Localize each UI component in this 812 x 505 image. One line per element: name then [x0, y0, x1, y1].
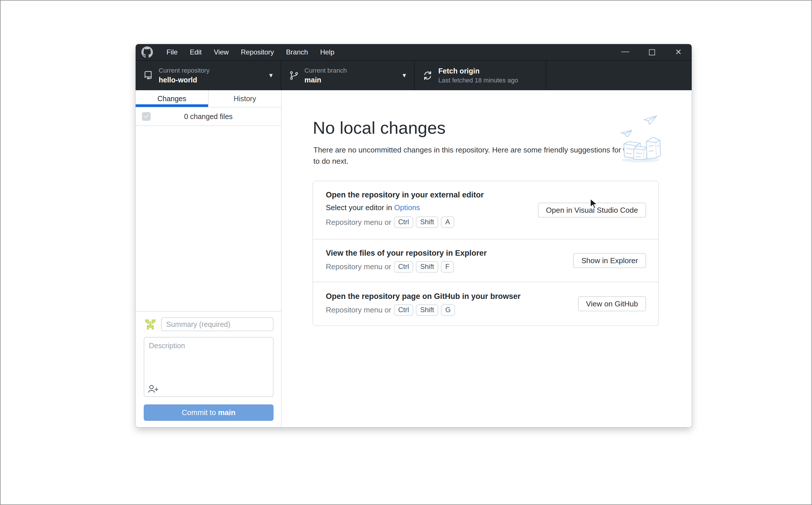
- maximize-button[interactable]: [639, 44, 665, 60]
- page-subtitle: There are no uncommitted changes in this…: [313, 144, 645, 167]
- menu-branch[interactable]: Branch: [280, 44, 314, 60]
- description-textarea[interactable]: [144, 337, 273, 397]
- repository-text: Current repository hello-world: [159, 67, 210, 84]
- main-content: No local changes There are no uncommitte…: [281, 90, 692, 427]
- shortcut-hint: Repository menu or Ctrl Shift A: [326, 216, 658, 228]
- branch-name: main: [305, 76, 347, 84]
- open-in-editor-button[interactable]: Open in Visual Studio Code: [538, 203, 646, 218]
- commit-button-prefix: Commit to: [182, 408, 218, 417]
- git-branch-icon: [289, 70, 299, 80]
- key-ctrl: Ctrl: [394, 304, 413, 316]
- commit-button[interactable]: Commit to main: [144, 404, 273, 421]
- card-title: Open the repository in your external edi…: [326, 190, 658, 199]
- sidebar-tabs: Changes History: [136, 90, 281, 108]
- key-g: G: [441, 304, 455, 316]
- key-shift: Shift: [416, 304, 438, 316]
- close-icon: ✕: [675, 48, 682, 56]
- fetch-origin-button[interactable]: Fetch origin Last fetched 18 minutes ago: [415, 61, 547, 90]
- fetch-text: Fetch origin Last fetched 18 minutes ago: [438, 67, 518, 84]
- branch-label: Current branch: [305, 67, 347, 74]
- commit-form: Commit to main: [136, 311, 281, 427]
- show-in-explorer-button[interactable]: Show in Explorer: [573, 253, 646, 268]
- titlebar: File Edit View Repository Branch Help — …: [136, 44, 692, 61]
- commit-button-branch: main: [218, 408, 236, 417]
- minimize-icon: —: [621, 47, 629, 55]
- shortcut-prefix: Repository menu or: [326, 306, 391, 315]
- menu-bar: File Edit View Repository Branch Help: [160, 44, 341, 60]
- current-repository-selector[interactable]: Current repository hello-world ▾: [136, 61, 281, 90]
- github-logo-icon: [141, 46, 153, 58]
- minimize-button[interactable]: —: [612, 44, 639, 60]
- repository-label: Current repository: [159, 67, 210, 74]
- page-title: No local changes: [313, 118, 446, 138]
- card-open-external-editor: Open the repository in your external edi…: [313, 181, 658, 239]
- branch-text: Current branch main: [305, 67, 347, 84]
- close-button[interactable]: ✕: [665, 44, 692, 60]
- options-link[interactable]: Options: [394, 203, 420, 212]
- key-ctrl: Ctrl: [394, 216, 413, 228]
- desktop-background: File Edit View Repository Branch Help — …: [0, 0, 812, 505]
- add-co-author-icon[interactable]: [148, 384, 159, 393]
- chevron-down-icon: ▾: [402, 71, 406, 79]
- key-shift: Shift: [416, 216, 438, 228]
- repository-name: hello-world: [159, 76, 210, 84]
- key-ctrl: Ctrl: [394, 261, 413, 273]
- changed-files-count: 0 changed files: [136, 113, 281, 121]
- menu-edit[interactable]: Edit: [184, 44, 208, 60]
- menu-repository[interactable]: Repository: [235, 44, 280, 60]
- fetch-title: Fetch origin: [438, 67, 518, 75]
- current-branch-selector[interactable]: Current branch main ▾: [281, 61, 415, 90]
- menu-help[interactable]: Help: [314, 44, 340, 60]
- suggestion-cards: Open the repository in your external edi…: [313, 181, 659, 326]
- editor-hint-text: Select your editor in: [326, 203, 394, 212]
- key-shift: Shift: [416, 261, 438, 273]
- description-wrap: [144, 337, 273, 398]
- chevron-down-icon: ▾: [269, 71, 273, 79]
- maximize-icon: [649, 49, 655, 55]
- key-f: F: [441, 261, 454, 273]
- shortcut-prefix: Repository menu or: [326, 218, 391, 227]
- menu-view[interactable]: View: [208, 44, 235, 60]
- changed-files-header: 0 changed files: [136, 108, 281, 126]
- avatar-identicon: [144, 318, 157, 331]
- tab-changes[interactable]: Changes: [136, 90, 209, 107]
- key-a: A: [441, 216, 454, 228]
- changes-sidebar: Changes History 0 changed files: [136, 90, 281, 427]
- view-on-github-button[interactable]: View on GitHub: [578, 296, 646, 311]
- fetch-subtitle: Last fetched 18 minutes ago: [438, 77, 518, 84]
- toolbar: Current repository hello-world ▾ Current…: [136, 61, 692, 90]
- boxes-illustration: [619, 114, 663, 163]
- repo-icon: [144, 70, 153, 80]
- card-show-in-explorer: View the files of your repository in Exp…: [313, 239, 658, 282]
- card-view-on-github: Open the repository page on GitHub in yo…: [313, 282, 658, 325]
- summary-input[interactable]: [161, 317, 273, 331]
- tab-history[interactable]: History: [209, 90, 281, 107]
- github-desktop-window: File Edit View Repository Branch Help — …: [136, 44, 692, 427]
- menu-file[interactable]: File: [160, 44, 184, 60]
- toolbar-empty-area: [547, 61, 692, 90]
- shortcut-prefix: Repository menu or: [326, 262, 391, 271]
- window-controls: — ✕: [612, 44, 692, 60]
- sync-icon: [423, 70, 433, 80]
